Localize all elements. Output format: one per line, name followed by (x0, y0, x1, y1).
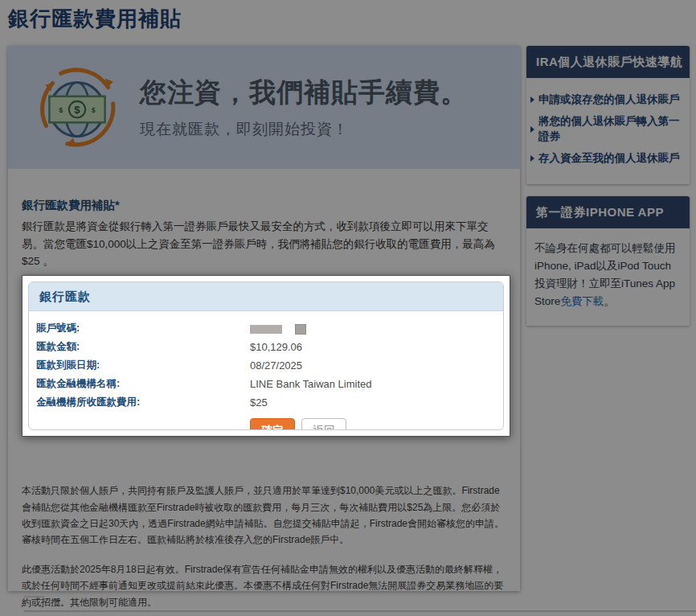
field-label: 匯款到賬日期: (36, 359, 250, 372)
field-wire-date: 匯款到賬日期: 08/27/2025 (36, 359, 495, 372)
field-wire-amount: 匯款金額: $10,129.06 (36, 340, 495, 354)
field-value: LINE Bank Taiwan Limited (250, 378, 372, 390)
page: 銀行匯款費用補貼 (0, 0, 696, 616)
confirm-button[interactable]: 確定 (250, 418, 295, 430)
field-label: 匯款金融機構名稱: (36, 377, 250, 391)
modal-title: 銀行匯款 (29, 282, 503, 311)
field-wire-fee: 金融機構所收匯款費用: $25 (36, 396, 495, 409)
field-label: 賬戶號碼: (36, 322, 250, 335)
field-value: $25 (250, 396, 268, 409)
field-bank-name: 匯款金融機構名稱: LINE Bank Taiwan Limited (36, 377, 495, 391)
back-button[interactable]: 返回 (301, 418, 346, 430)
field-value: $10,129.06 (250, 341, 302, 353)
redacted-account-number (250, 322, 306, 335)
redaction-block (250, 325, 282, 334)
redaction-block (295, 324, 306, 335)
field-value: 08/27/2025 (250, 359, 302, 372)
field-label: 金融機構所收匯款費用: (36, 396, 250, 409)
field-account-number: 賬戶號碼: (36, 322, 495, 335)
bank-wire-modal: 銀行匯款 賬戶號碼: 匯款金額: $10,129.06 匯款到賬日期: 08/2… (22, 275, 510, 437)
field-label: 匯款金額: (36, 340, 250, 354)
